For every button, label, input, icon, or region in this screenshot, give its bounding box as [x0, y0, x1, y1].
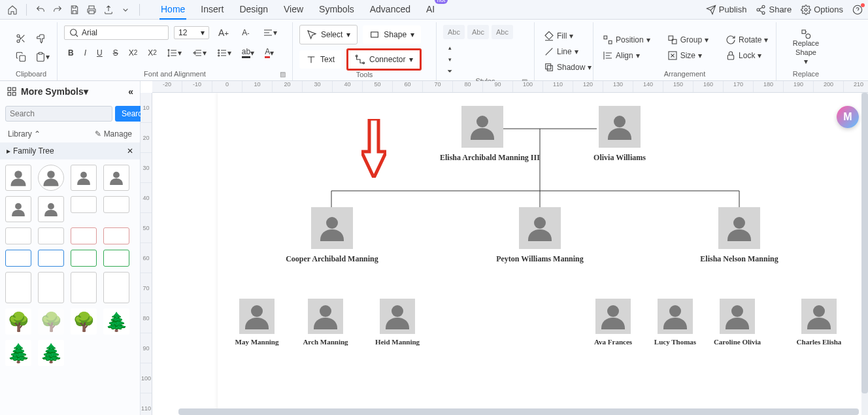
symbol-id-card[interactable]: [71, 272, 97, 303]
symbol-person[interactable]: [38, 165, 64, 191]
tree-node[interactable]: Lucy Thomas: [643, 299, 708, 346]
publish-button[interactable]: Publish: [706, 5, 747, 15]
symbol-tree[interactable]: 🌳: [5, 308, 31, 335]
manage-button[interactable]: ✎ Manage: [95, 129, 132, 139]
tree-node[interactable]: Arch Manning: [293, 299, 358, 346]
format-painter-button[interactable]: [31, 31, 50, 46]
font-expand-icon[interactable]: ▨: [280, 71, 286, 78]
lock-button[interactable]: Lock▾: [723, 49, 771, 62]
home-icon[interactable]: [5, 3, 20, 17]
category-header[interactable]: ▸ Family Tree ✕: [0, 142, 140, 159]
style-chip[interactable]: Abc: [492, 25, 513, 39]
subscript-button[interactable]: X2: [144, 46, 161, 60]
font-color-button[interactable]: A▾: [261, 44, 278, 61]
tree-node[interactable]: Charles Elisha: [786, 299, 852, 346]
tree-node[interactable]: Olivia Williams: [577, 106, 662, 163]
tree-node[interactable]: Heid Manning: [365, 299, 430, 346]
font-family-select[interactable]: Arial: [64, 25, 169, 40]
more-icon[interactable]: [118, 3, 133, 17]
symbol-person-card[interactable]: [71, 165, 97, 191]
align-button[interactable]: Align▾: [600, 49, 653, 62]
symbol-card[interactable]: [103, 227, 129, 244]
select-button[interactable]: Select▾: [299, 25, 358, 44]
symbol-card[interactable]: [103, 196, 129, 213]
symbol-card[interactable]: [38, 250, 64, 267]
symbol-tree[interactable]: 🌳: [71, 308, 97, 335]
tree-node[interactable]: Peyton Williams Manning: [488, 207, 592, 264]
italic-button[interactable]: I: [80, 46, 90, 60]
strike-button[interactable]: S: [109, 46, 122, 60]
brand-float-icon[interactable]: M: [837, 106, 859, 128]
position-button[interactable]: Position▾: [600, 33, 653, 46]
tree-node[interactable]: Caroline Olivia: [705, 299, 770, 346]
underline-button[interactable]: U: [93, 46, 107, 60]
font-size-select[interactable]: 12▾: [174, 26, 209, 39]
size-button[interactable]: Size▾: [665, 49, 711, 62]
tree-node[interactable]: May Manning: [224, 299, 290, 346]
horizontal-scrollbar[interactable]: [178, 408, 859, 415]
tab-view[interactable]: View: [282, 0, 305, 20]
styles-down-icon[interactable]: ▾: [443, 54, 457, 65]
indent-button[interactable]: ▾: [188, 45, 210, 61]
cut-button[interactable]: [12, 31, 30, 46]
share-button[interactable]: Share: [756, 5, 792, 15]
tab-design[interactable]: Design: [238, 0, 269, 20]
undo-icon[interactable]: [33, 3, 48, 17]
symbol-card[interactable]: [5, 250, 31, 267]
canvas[interactable]: Elisha Archibald Manning III Olivia Will…: [152, 93, 868, 415]
styles-up-icon[interactable]: ▴: [443, 42, 457, 54]
symbol-card[interactable]: [103, 250, 129, 267]
tab-insert[interactable]: Insert: [199, 0, 225, 20]
line-spacing-button[interactable]: ▾: [163, 45, 186, 61]
tree-node[interactable]: Cooper Archibald Manning: [280, 207, 384, 264]
symbol-search-input[interactable]: [5, 106, 112, 122]
symbol-id-card[interactable]: [103, 272, 129, 303]
tab-advanced[interactable]: Advanced: [369, 0, 412, 20]
text-highlight-button[interactable]: ab▾: [238, 44, 258, 61]
library-button[interactable]: Library ⌃: [8, 129, 41, 139]
symbol-person[interactable]: [5, 196, 31, 222]
redo-icon[interactable]: [50, 3, 65, 17]
style-chip[interactable]: Abc: [443, 25, 465, 39]
rotate-button[interactable]: Rotate▾: [723, 33, 771, 46]
tab-ai[interactable]: AI: [425, 0, 436, 20]
symbol-person[interactable]: [5, 165, 31, 191]
paste-button[interactable]: ▾: [31, 49, 54, 65]
symbol-card[interactable]: [38, 227, 64, 244]
shape-button[interactable]: Shape▾: [363, 25, 421, 44]
save-icon[interactable]: [67, 3, 82, 17]
symbol-tree[interactable]: 🌳: [38, 308, 64, 335]
tab-symbols[interactable]: Symbols: [318, 0, 356, 20]
tree-node[interactable]: Elisha Nelson Manning: [687, 207, 792, 264]
options-button[interactable]: Options: [801, 5, 843, 15]
bullets-button[interactable]: ▾: [213, 45, 235, 61]
symbol-person[interactable]: [38, 196, 64, 222]
help-icon[interactable]: [852, 5, 863, 15]
symbol-tree[interactable]: 🌲: [5, 340, 31, 366]
fill-button[interactable]: Fill▾: [541, 29, 594, 42]
category-close-icon[interactable]: ✕: [127, 146, 133, 156]
group-button[interactable]: Group▾: [665, 33, 711, 46]
symbol-id-card[interactable]: [38, 272, 64, 303]
sidebar-collapse-icon[interactable]: «: [128, 86, 133, 97]
symbol-card[interactable]: [71, 196, 97, 213]
symbol-person-card[interactable]: [103, 165, 129, 191]
shadow-button[interactable]: Shadow▾: [541, 61, 594, 74]
symbol-card[interactable]: [71, 250, 97, 267]
styles-more-icon[interactable]: ⏷: [443, 65, 457, 77]
superscript-button[interactable]: X2: [125, 46, 142, 60]
print-icon[interactable]: [84, 3, 99, 17]
align-left-button[interactable]: ▾: [259, 25, 281, 41]
increase-font-button[interactable]: A+: [214, 25, 233, 41]
symbol-tree[interactable]: 🌲: [103, 308, 129, 335]
copy-button[interactable]: [12, 49, 30, 65]
tab-home[interactable]: Home: [159, 0, 186, 20]
tree-node[interactable]: Ava Frances: [580, 299, 646, 346]
bold-button[interactable]: B: [64, 46, 78, 60]
symbol-tree[interactable]: 🌲: [38, 340, 64, 366]
style-chip[interactable]: Abc: [467, 25, 489, 39]
symbol-card[interactable]: [71, 227, 97, 244]
connector-button[interactable]: Connector▾: [346, 48, 422, 71]
tree-node[interactable]: Elisha Archibald Manning III: [440, 106, 525, 163]
line-button[interactable]: Line▾: [541, 45, 594, 58]
